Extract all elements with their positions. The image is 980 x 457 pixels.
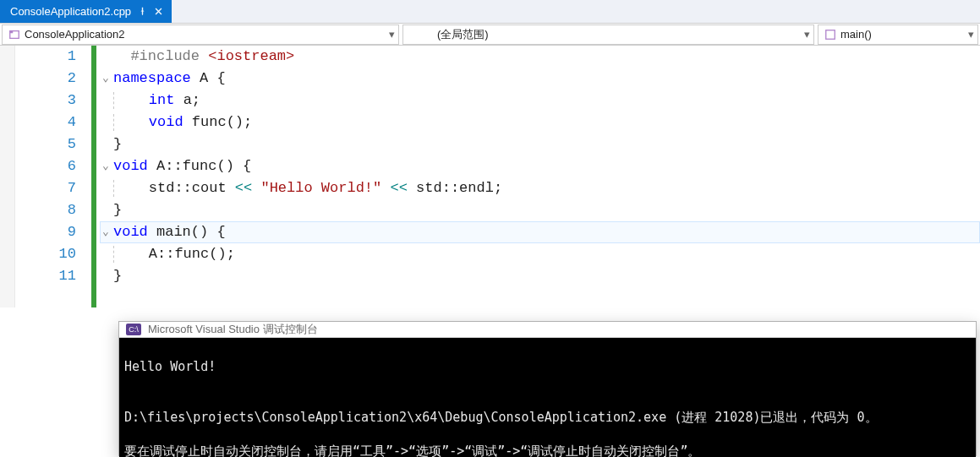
console-line: 要在调试停止时自动关闭控制台，请启用“工具”->“选项”->“调试”->“调试停…: [124, 443, 971, 457]
token-namespace: A: [156, 155, 165, 177]
function-icon: [824, 29, 837, 41]
token-keyword: void: [113, 221, 148, 243]
line-number: 5: [15, 133, 76, 155]
token-function: func: [192, 112, 227, 133]
code-line[interactable]: }: [100, 133, 980, 155]
token-paren: (): [216, 155, 233, 177]
fold-toggle-icon[interactable]: ⌄: [100, 155, 112, 177]
token-function: func: [183, 155, 217, 177]
scope-function-label: main(): [840, 28, 872, 41]
line-number: 11: [15, 265, 76, 287]
token-include: <iostream>: [208, 46, 294, 68]
scope-project-label: ConsoleApplication2: [25, 28, 125, 41]
nav-row: ConsoleApplication2 ▾ (全局范围) ▾ main() ▾: [0, 24, 980, 46]
token-brace: }: [113, 265, 122, 287]
token-semicolon: ;: [227, 243, 235, 265]
console-title-text: Microsoft Visual Studio 调试控制台: [148, 322, 318, 337]
token-semicolon: ;: [244, 112, 252, 133]
token-scope: ::: [442, 177, 459, 199]
code-line[interactable]: }: [100, 199, 980, 221]
token-identifier: endl: [459, 177, 494, 199]
token-brace: {: [216, 68, 225, 90]
token-brace: }: [113, 199, 122, 221]
code-line[interactable]: }: [100, 265, 980, 287]
code-editor[interactable]: 1 2 3 4 5 6 7 8 9 10 11 #include <iostre…: [0, 46, 980, 307]
token-identifier: std: [149, 177, 175, 199]
line-number: 4: [15, 112, 76, 133]
token-scope: ::: [165, 155, 182, 177]
code-line[interactable]: ⌄ void A :: func () {: [100, 155, 980, 177]
code-line[interactable]: void func () ;: [100, 112, 980, 133]
line-number: 3: [15, 90, 76, 112]
token-keyword: void: [113, 155, 148, 177]
project-icon: [8, 29, 21, 41]
token-paren: (): [191, 221, 208, 243]
code-line[interactable]: int a ;: [100, 90, 980, 112]
line-number: 8: [15, 199, 76, 221]
code-line[interactable]: A :: func () ;: [100, 243, 980, 265]
tab-filename: ConsoleApplication2.cpp: [10, 5, 131, 18]
token-operator: <<: [390, 177, 407, 199]
debug-console-window: C:\ Microsoft Visual Studio 调试控制台 Hello …: [118, 321, 977, 456]
code-area[interactable]: #include <iostream> ⌄ namespace A { int …: [96, 46, 980, 307]
token-paren: (): [209, 243, 226, 265]
token-identifier: cout: [192, 177, 227, 199]
svg-rect-1: [10, 30, 14, 33]
token-identifier: std: [416, 177, 442, 199]
console-output[interactable]: Hello World! D:\files\projects\ConsoleAp…: [119, 338, 976, 457]
token-paren: (): [227, 112, 244, 133]
line-number: 7: [15, 177, 76, 199]
fold-toggle-icon[interactable]: ⌄: [100, 68, 112, 90]
file-tab[interactable]: ConsoleApplication2.cpp: [0, 0, 172, 23]
breakpoint-margin[interactable]: [0, 46, 15, 307]
token-operator: <<: [235, 177, 252, 199]
chevron-down-icon: ▾: [968, 28, 974, 41]
code-line[interactable]: #include <iostream>: [100, 46, 980, 68]
close-icon[interactable]: [154, 7, 163, 16]
code-line[interactable]: std :: cout << "Hello World!" << std :: …: [100, 177, 980, 199]
token-brace: }: [113, 133, 122, 155]
token-scope: ::: [174, 177, 191, 199]
token-identifier: a: [183, 90, 192, 112]
token-keyword: namespace: [113, 68, 191, 90]
scope-global-combo[interactable]: (全局范围) ▾: [402, 24, 814, 45]
token-scope: ::: [157, 243, 174, 265]
line-number: 10: [15, 243, 76, 265]
fold-toggle-icon[interactable]: ⌄: [100, 221, 112, 243]
chevron-down-icon: ▾: [804, 28, 810, 41]
token-function: main: [156, 221, 191, 243]
token-brace: {: [243, 155, 251, 177]
svg-rect-2: [826, 30, 835, 39]
line-number-gutter: 1 2 3 4 5 6 7 8 9 10 11: [15, 46, 91, 307]
tab-bar: ConsoleApplication2.cpp: [0, 0, 980, 24]
token-keyword: int: [149, 90, 175, 112]
console-titlebar[interactable]: C:\ Microsoft Visual Studio 调试控制台: [119, 322, 976, 338]
token-name: A: [200, 68, 208, 90]
token-string: "Hello World!": [260, 177, 381, 199]
code-line-current[interactable]: ⌄ void main () {: [100, 221, 980, 243]
chevron-down-icon: ▾: [389, 28, 395, 41]
scope-project-combo[interactable]: ConsoleApplication2 ▾: [2, 24, 399, 45]
token-semicolon: ;: [494, 177, 502, 199]
console-line: Hello World!: [124, 358, 971, 375]
line-number: 6: [15, 155, 76, 177]
console-line: D:\files\projects\ConsoleApplication2\x6…: [124, 409, 971, 426]
scope-function-combo[interactable]: main() ▾: [818, 24, 978, 45]
line-number: 2: [15, 68, 76, 90]
pin-icon[interactable]: [138, 7, 147, 16]
token-preproc: #include: [130, 46, 200, 68]
token-keyword: void: [149, 112, 183, 133]
scope-global-label: (全局范围): [437, 27, 489, 42]
token-brace: {: [216, 221, 225, 243]
console-app-icon: C:\: [126, 324, 141, 335]
token-semicolon: ;: [192, 90, 200, 112]
token-function: func: [174, 243, 209, 265]
line-number: 1: [15, 46, 76, 68]
token-namespace: A: [149, 243, 157, 265]
code-line[interactable]: ⌄ namespace A {: [100, 68, 980, 90]
line-number: 9: [15, 221, 76, 243]
